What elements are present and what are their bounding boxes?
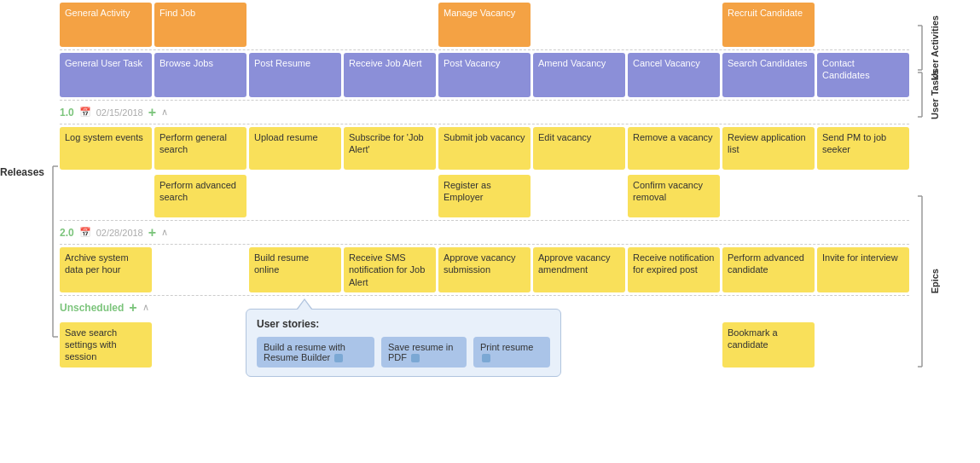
release-1-row-2: Perform advanced search Register as Empl… <box>60 172 909 221</box>
date-1: 02/15/2018 <box>96 107 143 118</box>
popup-card-save-resume[interactable]: Save resume in PDF <box>381 337 467 368</box>
card-subscribe-job-alert[interactable]: Subscribe for 'Job Alert' <box>344 127 436 170</box>
card-post-resume[interactable]: Post Resume <box>249 53 341 97</box>
card-contact-candidates[interactable]: Contact Candidates <box>817 53 909 97</box>
card-approve-submission[interactable]: Approve vacancy submission <box>438 247 531 292</box>
card-remove-vacancy[interactable]: Remove a vacancy <box>628 127 720 170</box>
card-log-system[interactable]: Log system events <box>60 127 152 170</box>
user-activities-row: General Activity Find Job Manage Vacancy… <box>60 0 909 50</box>
card-browse-jobs[interactable]: Browse Jobs <box>154 53 246 97</box>
card-submit-job-vacancy[interactable]: Submit job vacancy <box>438 127 531 170</box>
collapse-btn-1[interactable]: ∧ <box>161 107 168 118</box>
card-receive-notification[interactable]: Receive notification for expired post <box>628 247 720 292</box>
release-2-row-1: Archive system data per hour Build resum… <box>60 245 909 296</box>
release-1-row-1: Log system events Perform general search… <box>60 124 909 172</box>
user-tasks-row: General User Task Browse Jobs Post Resum… <box>60 50 909 101</box>
card-bookmark-candidate[interactable]: Bookmark a candidate <box>722 322 815 368</box>
version-2: 2.0 <box>60 227 74 239</box>
release-1-header: 1.0 📅 02/15/2018 + ∧ <box>60 101 909 124</box>
card-find-job[interactable]: Find Job <box>154 3 246 47</box>
card-general-user-task[interactable]: General User Task <box>60 53 152 97</box>
popup-card-print-resume[interactable]: Print resume <box>473 337 550 368</box>
card-confirm-vacancy[interactable]: Confirm vacancy removal <box>628 175 720 217</box>
card-receive-sms[interactable]: Receive SMS notification for Job Alert <box>344 247 436 292</box>
card-edit-vacancy[interactable]: Edit vacancy <box>533 127 625 170</box>
user-stories-popup: User stories: Build a resume with Resume… <box>246 298 561 377</box>
card-cancel-vacancy[interactable]: Cancel Vacancy <box>628 53 720 97</box>
label-user-tasks: User Tasks <box>918 70 941 119</box>
card-upload-resume[interactable]: Upload resume <box>249 127 341 170</box>
calendar-icon-2: 📅 <box>79 227 91 238</box>
card-save-search[interactable]: Save search settings with session <box>60 322 152 368</box>
version-1: 1.0 <box>60 107 74 119</box>
card-perform-advanced[interactable]: Perform advanced search <box>154 175 246 217</box>
unscheduled-label: Unscheduled <box>60 302 124 314</box>
popup-card-build-resume[interactable]: Build a resume with Resume Builder <box>257 337 374 368</box>
add-btn-unscheduled[interactable]: + <box>129 300 136 315</box>
card-general-activity[interactable]: General Activity <box>60 3 152 47</box>
card-build-resume-online[interactable]: Build resume online <box>249 247 341 292</box>
card-search-candidates[interactable]: Search Candidates <box>722 53 815 97</box>
collapse-btn-2[interactable]: ∧ <box>161 227 168 238</box>
card-post-vacancy[interactable]: Post Vacancy <box>438 53 531 97</box>
card-review-application[interactable]: Review application list <box>722 127 815 170</box>
date-2: 02/28/2018 <box>96 228 143 238</box>
card-approve-amendment[interactable]: Approve vacancy amendment <box>533 247 625 292</box>
card-invite-interview[interactable]: Invite for interview <box>817 247 909 292</box>
card-manage-vacancy[interactable]: Manage Vacancy <box>438 3 531 47</box>
card-amend-vacancy[interactable]: Amend Vacancy <box>533 53 625 97</box>
collapse-btn-unscheduled[interactable]: ∧ <box>142 302 149 313</box>
calendar-icon-1: 📅 <box>79 107 91 118</box>
release-2-header: 2.0 📅 02/28/2018 + ∧ <box>60 221 909 245</box>
add-btn-1[interactable]: + <box>148 105 156 120</box>
releases-label: Releases <box>0 166 58 337</box>
card-register-employer[interactable]: Register as Employer <box>438 175 531 217</box>
card-archive-system[interactable]: Archive system data per hour <box>60 247 152 292</box>
card-receive-job-alert[interactable]: Receive Job Alert <box>344 53 436 97</box>
label-epics: Epics <box>918 196 941 367</box>
add-btn-2[interactable]: + <box>148 225 156 240</box>
card-perform-advanced-candidate[interactable]: Perform advanced candidate <box>722 247 815 292</box>
card-recruit-candidate[interactable]: Recruit Candidate <box>722 3 815 47</box>
popup-title: User stories: <box>257 318 550 330</box>
card-send-pm[interactable]: Send PM to job seeker <box>817 127 909 170</box>
card-perform-general[interactable]: Perform general search <box>154 127 246 170</box>
